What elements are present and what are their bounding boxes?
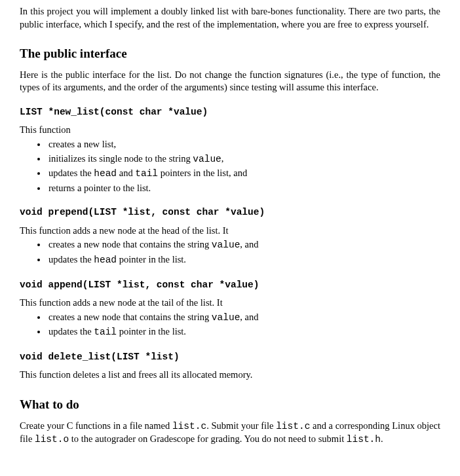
list-item: updates the head pointer in the list.	[47, 253, 440, 267]
code-token-tail: tail	[94, 327, 117, 337]
code-token-head: head	[94, 255, 117, 265]
prepend-bullets: creates a new node that contains the str…	[20, 238, 440, 266]
text-fragment: and	[117, 168, 135, 178]
append-bullets: creates a new node that contains the str…	[20, 311, 440, 339]
text-fragment: Create your C functions in a file named	[20, 420, 172, 431]
list-item: returns a pointer to the list.	[47, 182, 440, 195]
text-fragment: , and	[240, 312, 258, 322]
code-token-value: value	[193, 154, 221, 164]
code-token-value: value	[212, 312, 240, 323]
text-fragment: ,	[221, 153, 224, 164]
heading-what-to-do: What to do	[20, 396, 440, 413]
signature-new-list: LIST *new_list(const char *value)	[20, 106, 440, 119]
code-token-value: value	[212, 240, 240, 250]
list-item: updates the tail pointer in the list.	[47, 325, 440, 339]
text-fragment: creates a new node that contains the str…	[48, 312, 212, 322]
list-item: initializes its single node to the strin…	[47, 153, 440, 166]
append-lead: This function adds a new node at the tai…	[20, 297, 440, 310]
new-list-lead: This function	[20, 124, 440, 137]
text-fragment: updates the	[48, 254, 94, 265]
signature-append: void append(LIST *list, const char *valu…	[20, 279, 440, 292]
code-token-tail: tail	[135, 168, 158, 179]
text-fragment: pointer in the list.	[117, 326, 186, 337]
text-fragment: creates a new node that contains the str…	[48, 239, 212, 249]
text-fragment: initializes its single node to the strin…	[48, 153, 193, 164]
text-fragment: pointer in the list.	[117, 254, 186, 265]
text-fragment: updates the	[48, 326, 94, 337]
delete-list-description: This function deletes a list and frees a…	[20, 369, 440, 382]
public-interface-description: Here is the public interface for the lis…	[20, 69, 440, 94]
code-token-head: head	[94, 168, 117, 179]
code-token-list-c: list.c	[276, 421, 310, 431]
code-token-list-c: list.c	[172, 421, 206, 431]
heading-public-interface: The public interface	[20, 45, 440, 62]
intro-paragraph: In this project you will implement a dou…	[20, 5, 440, 31]
signature-delete-list: void delete_list(LIST *list)	[20, 351, 440, 364]
new-list-bullets: creates a new list, initializes its sing…	[20, 138, 440, 194]
text-fragment: .	[381, 433, 383, 444]
prepend-lead: This function adds a new node at the hea…	[20, 225, 440, 238]
code-token-list-h: list.h	[347, 434, 381, 445]
signature-prepend: void prepend(LIST *list, const char *val…	[20, 206, 440, 219]
list-item: creates a new node that contains the str…	[47, 238, 440, 252]
text-fragment: updates the	[48, 168, 94, 178]
text-fragment: pointers in the list, and	[158, 168, 247, 178]
what-to-do-paragraph: Create your C functions in a file named …	[20, 420, 440, 447]
code-token-list-o: list.o	[35, 434, 69, 445]
text-fragment: , and	[240, 239, 258, 249]
text-fragment: to the autograder on Gradescope for grad…	[69, 433, 347, 444]
list-item: creates a new list,	[47, 138, 440, 151]
text-fragment: . Submit your file	[206, 420, 276, 431]
list-item: creates a new node that contains the str…	[47, 311, 440, 325]
list-item: updates the head and tail pointers in th…	[47, 167, 440, 181]
